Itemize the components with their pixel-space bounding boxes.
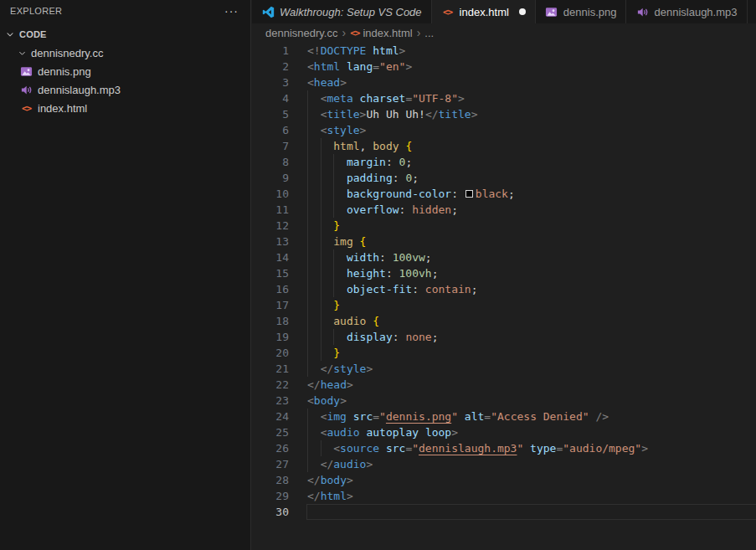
modified-dot-icon[interactable] [519,8,526,15]
color-swatch[interactable] [465,190,473,198]
code-token: width [347,251,379,264]
code-token: : [386,156,399,168]
code-token: : [399,203,413,216]
file-link[interactable]: dennislaugh.mp3 [419,442,517,455]
code-line[interactable]: 22</head> [252,377,756,393]
code-token: src [379,442,405,455]
tree-item-label: index.html [38,102,87,115]
tab-walkthrough[interactable]: Walkthrough: Setup VS Code [252,0,432,23]
code-line[interactable]: 9padding: 0; [252,170,756,186]
line-number: 21 [252,361,289,377]
code-token: margin [347,156,386,168]
code-token: : [451,188,465,200]
code-line[interactable]: 27</audio> [252,456,756,472]
line-number: 23 [252,393,289,409]
code-token: > [641,442,648,455]
breadcrumb-item-file[interactable]: <> index.html [350,27,413,39]
tree-item-dennis-png[interactable]: dennis.png [0,62,250,80]
tab-index-html[interactable]: <> index.html [432,0,536,23]
code-token: { [353,235,367,248]
code-line[interactable]: 1<!DOCTYPE html> [252,43,756,59]
breadcrumb-item-symbol[interactable]: ... [424,27,434,39]
line-content: </style> [307,361,756,377]
image-file-icon [20,65,33,78]
code-line[interactable]: 14width: 100vw; [252,249,756,265]
file-link[interactable]: dennis.png [386,410,451,423]
code-token: display [347,331,393,343]
code-token: < [307,394,314,407]
code-line[interactable]: 24<img src="dennis.png" alt="Access Deni… [252,409,756,424]
tab-dennislaugh-mp3[interactable]: dennislaugh.mp3 [626,0,747,23]
code-line[interactable]: 4<meta charset="UTF-8"> [252,90,756,106]
line-number: 9 [252,170,289,186]
line-content: background-color: black; [307,186,756,202]
code-line[interactable]: 25<audio autoplay loop> [252,424,756,440]
code-line[interactable]: 30 [252,504,756,520]
code-line[interactable]: 16object-fit: contain; [252,281,756,297]
code-line[interactable]: 8margin: 0; [252,154,756,170]
code-line[interactable]: 13img { [252,234,756,249]
indent-guide [307,424,321,440]
code-line[interactable]: 21</style> [252,361,756,377]
tab-dennis-png[interactable]: dennis.png [536,0,627,23]
code-token: audio [333,458,366,470]
code-token: style [333,362,366,375]
code-line[interactable]: 12} [252,218,756,234]
indent-guide [321,202,334,218]
code-line[interactable]: 11overflow: hidden; [252,202,756,218]
indent-guide [307,106,321,122]
indent-guide [307,345,321,361]
code-token: padding [347,172,393,184]
code-token: "en" [379,60,405,73]
tree-item-dennislaugh-mp3[interactable]: dennislaugh.mp3 [0,80,250,99]
line-content: </audio> [307,456,756,472]
code-token: : [379,251,393,264]
code-token: lang [340,60,373,73]
code-line[interactable]: 29</html> [252,488,756,504]
code-token: ; [508,188,515,200]
code-line[interactable]: 2<html lang="en"> [252,59,756,75]
line-content: padding: 0; [307,170,756,186]
code-token: html [314,60,340,73]
code-token: > [347,490,353,502]
indent-guide [307,186,321,202]
code-line[interactable]: 26<source src="dennislaugh.mp3" type="au… [252,440,756,456]
code-line[interactable]: 18audio { [252,313,756,329]
sidebar-section-code[interactable]: CODE [0,25,250,44]
code-line[interactable]: 5<title>Uh Uh Uh!</title> [252,106,756,122]
code-line[interactable]: 6<style> [252,122,756,138]
breadcrumb: dennisnedry.cc › <> index.html › ... [252,23,756,42]
breadcrumb-item-folder[interactable]: dennisnedry.cc [265,27,337,39]
line-content: </html> [307,488,756,504]
line-number: 18 [252,313,289,329]
code-line[interactable]: 3<head> [252,75,756,90]
code-token: /> [589,410,609,423]
indent-guide [321,249,334,265]
line-number: 29 [252,488,289,504]
tree-item-dennisnedry-folder[interactable]: dennisnedry.cc [0,44,250,62]
line-number: 28 [252,472,289,488]
code-line[interactable]: 19display: none; [252,329,756,345]
more-actions-icon[interactable]: ··· [221,5,242,17]
indent-guide [321,186,334,202]
line-number: 20 [252,345,289,361]
code-line[interactable]: 28</body> [252,472,756,488]
line-number: 8 [252,154,289,170]
code-line[interactable]: 17} [252,297,756,313]
tree-item-index-html[interactable]: <> index.html [0,99,250,117]
code-token: head [321,378,347,391]
line-number: 16 [252,281,289,297]
code-line[interactable]: 10background-color: black; [252,186,756,202]
code-line[interactable]: 23<body> [252,393,756,409]
line-content: <html lang="en"> [307,59,756,75]
code-line[interactable]: 20} [252,345,756,361]
code-line[interactable]: 7html, body { [252,138,756,154]
line-content: html, body { [307,138,756,154]
line-number: 17 [252,297,289,313]
line-number: 7 [252,138,289,154]
explorer-sidebar: EXPLORER ··· CODE dennisnedry.cc dennis.… [0,0,251,550]
indent-guide [321,440,334,456]
code-line[interactable]: 15height: 100vh; [252,265,756,281]
line-content: <img src="dennis.png" alt="Access Denied… [307,409,756,424]
indent-guide [321,297,334,313]
